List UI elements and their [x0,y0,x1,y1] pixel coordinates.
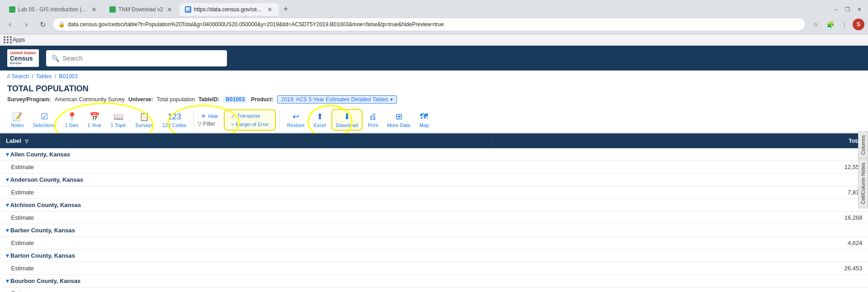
margin-error-icon: ≈ [231,122,234,127]
excel-label: Excel [314,122,326,128]
geo-button[interactable]: 📍 1 Geo [61,110,82,130]
transpose-button[interactable]: ⤢ Transpose [228,112,271,120]
breadcrumb-tables[interactable]: Tables [36,73,52,80]
filter-icon: ▽ [198,121,202,127]
search-input[interactable] [63,55,222,62]
print-label: Print [368,122,378,128]
tab-3-favicon: 📊 [185,6,191,13]
chevron-down-icon[interactable]: ▾ [6,278,9,284]
topic-icon: 📖 [113,112,123,122]
year-icon: 📅 [90,112,99,122]
tab-3[interactable]: 📊 https://data.census.gov/cedsci/t... ✕ [179,3,279,16]
estimate-label: Estimate [0,161,491,174]
right-sidebar: Columns Cell/Column Notes [858,131,868,208]
surveys-icon: 📋 [139,112,149,122]
breadcrumb-sep-2: / [55,73,56,80]
tab-1[interactable]: Lab 05 - GIS introduction | So lo... ✕ [4,3,103,16]
back-button[interactable]: ‹ [4,18,16,31]
table-row: ▾ Allen County, Kansas [0,148,868,161]
year-label: 1 Year [87,122,101,128]
apps-bar: Apps [0,34,868,46]
margin-error-button[interactable]: ≈ Margin of Error [228,121,271,128]
window-controls: ─ ❐ ✕ [831,6,864,13]
product-badge[interactable]: 2019: ACS 5-Year Estimates Detailed Tabl… [277,95,397,104]
restore-icon: ↩ [292,112,299,122]
more-data-button[interactable]: ⊞ More Data [383,110,414,130]
sort-icon[interactable]: ▽ [25,139,28,144]
county-total [491,224,868,237]
tab-2[interactable]: TNM Download v2 ✕ [104,3,179,16]
chevron-down-icon[interactable]: ▾ [6,252,9,259]
chevron-down-icon[interactable]: ▾ [6,227,9,234]
map-button[interactable]: 🗺 Map [416,110,433,130]
filter-button[interactable]: ▽ Filter [198,121,222,127]
surveys-button[interactable]: 📋 Surveys [132,110,157,130]
codes-icon: 123 [168,112,181,122]
print-button[interactable]: 🖨 Print [364,110,382,130]
codes-button[interactable]: 123 123 Codes [159,110,190,130]
map-icon: 🗺 [420,112,428,122]
star-button[interactable]: ☆ [809,18,822,31]
col-label-header: Label ▽ [0,134,491,148]
columns-tab[interactable]: Columns [858,131,868,159]
browser-actions: ☆ 🧩 ⋮ S [809,18,864,31]
survey-value: American Community Survey [55,96,125,103]
estimate-row: Estimate 12,556 [0,161,868,174]
notes-label: Notes [11,122,24,128]
selections-button[interactable]: ☑ Selections [29,110,60,130]
minimize-button[interactable]: ─ [831,6,840,13]
estimate-label: Estimate [0,212,491,224]
apps-icon[interactable] [4,36,10,43]
address-bar[interactable]: 🔒 data.census.gov/cedsci/table?t=Populat… [52,18,806,31]
forward-button[interactable]: › [20,18,33,31]
breadcrumb-sep-1: / [32,73,33,80]
table-row: ▾ Bourbon County, Kansas [0,275,868,287]
hide-button[interactable]: 👁 Hide [198,113,222,120]
tab-1-close[interactable]: ✕ [90,6,98,13]
census-logo-box: United States Census Bureau [7,49,39,67]
tab-3-close[interactable]: ✕ [266,6,274,13]
new-tab-button[interactable]: + [280,3,292,16]
lock-icon: 🔒 [58,21,65,28]
county-total [491,148,868,161]
census-search-bar[interactable]: 🔍 [46,50,227,66]
universe-label: Universe: [128,96,153,103]
map-label: Map [420,122,429,128]
margin-error-label: Margin of Error [236,122,269,127]
tab-3-label: https://data.census.gov/cedsci/t... [194,6,264,13]
estimate-value: 4,624 [491,237,868,250]
tab-2-close[interactable]: ✕ [166,6,173,13]
estimate-label: Estimate [0,237,491,250]
hide-icon: 👁 [201,113,206,119]
menu-button[interactable]: ⋮ [838,18,851,31]
year-button[interactable]: 📅 1 Year [84,110,105,130]
more-data-label: More Data [387,122,410,128]
cell-column-notes-tab[interactable]: Cell/Column Notes [858,159,868,208]
topic-label: 1 Topic [111,122,127,128]
chevron-down-icon[interactable]: ▾ [6,202,9,208]
estimate-label: Estimate [0,287,491,292]
restore-button[interactable]: ↩ Restore [283,110,308,130]
chevron-down-icon[interactable]: ▾ [6,151,9,158]
download-button[interactable]: ⬇ Download [331,109,363,131]
search-icon: 🔍 [52,55,59,62]
reload-button[interactable]: ↻ [36,18,49,31]
county-label: ▾ Barton County, Kansas [0,250,491,262]
extensions-button[interactable]: 🧩 [824,18,836,31]
notes-icon: 📝 [12,112,22,122]
profile-avatar[interactable]: S [853,19,864,30]
restore-button[interactable]: ❐ [842,6,853,13]
close-button[interactable]: ✕ [854,6,864,13]
topic-button[interactable]: 📖 1 Topic [107,110,130,130]
breadcrumb: // Search / Tables / B01003 [0,71,868,82]
excel-button[interactable]: ⬆ Excel [310,110,330,130]
breadcrumb-search[interactable]: Search [12,73,29,80]
selections-label: Selections [33,122,56,128]
table-row: ▾ Anderson County, Kansas [0,174,868,186]
address-bar-row: ‹ › ↻ 🔒 data.census.gov/cedsci/table?t=P… [0,16,868,34]
chevron-down-icon[interactable]: ▾ [6,176,9,183]
address-text: data.census.gov/cedsci/table?t=Populatio… [68,21,444,28]
product-badge-text: 2019: ACS 5-Year Estimates Detailed Tabl… [281,96,388,103]
hide-label: Hide [208,113,218,119]
notes-button[interactable]: 📝 Notes [7,110,28,130]
